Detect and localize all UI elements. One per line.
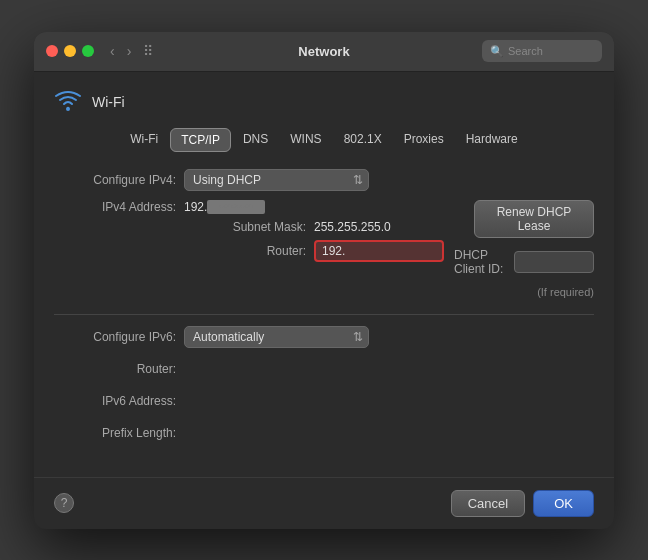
help-button[interactable]: ?	[54, 493, 74, 513]
dhcp-client-id-label: DHCP Client ID:	[454, 248, 506, 276]
search-placeholder: Search	[508, 45, 543, 57]
configure-ipv4-label: Configure IPv4:	[54, 173, 184, 187]
svg-point-0	[66, 107, 70, 111]
bottom-bar: ? Cancel OK	[34, 477, 614, 529]
configure-ipv6-label: Configure IPv6:	[54, 330, 184, 344]
wifi-header-label: Wi-Fi	[92, 94, 125, 110]
back-button[interactable]: ‹	[106, 41, 119, 61]
prefix-length-row: Prefix Length:	[54, 421, 594, 445]
tab-wifi[interactable]: Wi-Fi	[120, 128, 168, 152]
titlebar: ‹ › ⠿ Network 🔍 Search	[34, 32, 614, 72]
ipv4-address-row: IPv4 Address: 192.•••••••• Subnet Mask: …	[54, 200, 594, 298]
configure-ipv6-row: Configure IPv6: Automatically ⇅	[54, 325, 594, 349]
nav-buttons: ‹ ›	[106, 41, 135, 61]
tabs-bar: Wi-Fi TCP/IP DNS WINS 802.1X Proxies Har…	[54, 128, 594, 152]
router6-row: Router:	[54, 357, 594, 381]
minimize-button[interactable]	[64, 45, 76, 57]
tab-proxies[interactable]: Proxies	[394, 128, 454, 152]
router6-label: Router:	[54, 362, 184, 376]
if-required-label: (If required)	[537, 286, 594, 298]
renew-dhcp-button[interactable]: Renew DHCP Lease	[474, 200, 594, 238]
tab-dns[interactable]: DNS	[233, 128, 278, 152]
configure-ipv6-select[interactable]: Automatically	[184, 326, 369, 348]
cancel-button[interactable]: Cancel	[451, 490, 525, 517]
prefix-length-label: Prefix Length:	[54, 426, 184, 440]
grid-icon: ⠿	[143, 43, 153, 59]
ipv4-section: Configure IPv4: Using DHCP ⇅ IPv4 Addres…	[54, 168, 594, 298]
network-window: ‹ › ⠿ Network 🔍 Search Wi-Fi	[34, 32, 614, 529]
dhcp-client-id-input[interactable]	[514, 251, 594, 273]
configure-ipv6-select-wrapper[interactable]: Automatically ⇅	[184, 326, 369, 348]
router-label: Router:	[184, 244, 314, 258]
window-title: Network	[298, 44, 349, 59]
traffic-lights	[46, 45, 94, 57]
forward-button[interactable]: ›	[123, 41, 136, 61]
wifi-icon	[54, 88, 82, 116]
tab-wins[interactable]: WINS	[280, 128, 331, 152]
search-box[interactable]: 🔍 Search	[482, 40, 602, 62]
search-icon: 🔍	[490, 45, 504, 58]
ok-button[interactable]: OK	[533, 490, 594, 517]
close-button[interactable]	[46, 45, 58, 57]
tab-hardware[interactable]: Hardware	[456, 128, 528, 152]
configure-ipv4-select[interactable]: Using DHCP	[184, 169, 369, 191]
tab-tcpip[interactable]: TCP/IP	[170, 128, 231, 152]
ipv6-address-row: IPv6 Address:	[54, 389, 594, 413]
tab-8021x[interactable]: 802.1X	[334, 128, 392, 152]
subnet-mask-value: 255.255.255.0	[314, 220, 391, 234]
configure-ipv4-row: Configure IPv4: Using DHCP ⇅	[54, 168, 594, 192]
configure-ipv4-select-wrapper[interactable]: Using DHCP ⇅	[184, 169, 369, 191]
section-divider	[54, 314, 594, 315]
ipv4-address-label: IPv4 Address:	[54, 200, 184, 214]
maximize-button[interactable]	[82, 45, 94, 57]
ipv6-address-label: IPv6 Address:	[54, 394, 184, 408]
content-area: Wi-Fi Wi-Fi TCP/IP DNS WINS 802.1X Proxi…	[34, 72, 614, 477]
ipv6-section: Configure IPv6: Automatically ⇅ Router: …	[54, 325, 594, 445]
router-input[interactable]	[314, 240, 444, 262]
ipv4-address-value: 192.••••••••	[184, 200, 265, 214]
wifi-header: Wi-Fi	[54, 88, 594, 116]
subnet-mask-label: Subnet Mask:	[184, 220, 314, 234]
